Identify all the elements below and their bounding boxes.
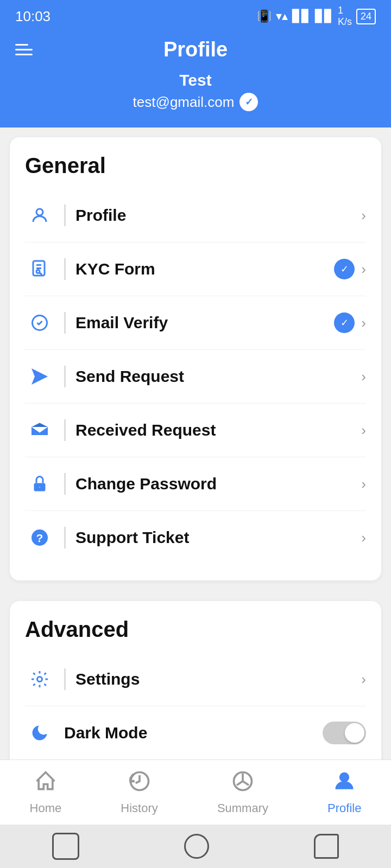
profile-email: test@gmail.com: [133, 94, 235, 111]
recent-button[interactable]: [314, 834, 339, 859]
svg-line-5: [40, 273, 42, 275]
chevron-icon: ›: [361, 671, 366, 688]
email-verified-badge: ✓: [334, 312, 355, 333]
menu-label-settings: Settings: [75, 670, 361, 688]
toggle-knob: [345, 723, 364, 743]
chevron-icon: ›: [361, 529, 366, 546]
back-button[interactable]: [52, 833, 79, 860]
moon-icon: [25, 718, 54, 748]
nav-label-profile: Profile: [327, 801, 361, 815]
status-time: 10:03: [15, 8, 51, 25]
chevron-icon: ›: [361, 476, 366, 493]
profile-banner: Test test@gmail.com ✓: [0, 61, 391, 127]
divider: [64, 668, 66, 690]
nav-label-summary: Summary: [217, 801, 268, 815]
vibrate-icon: 📳: [257, 9, 272, 23]
general-section-title: General: [25, 154, 366, 178]
verified-badge: ✓: [239, 93, 258, 111]
chevron-icon: ›: [361, 261, 366, 278]
menu-label-send-request: Send Request: [75, 367, 361, 386]
kyc-verified-badge: ✓: [334, 259, 355, 279]
content-area: General Profile ›: [0, 127, 391, 868]
svg-marker-7: [31, 368, 48, 385]
svg-point-4: [36, 270, 40, 273]
divider: [64, 473, 66, 495]
menu-item-email-verify[interactable]: Email Verify ✓ ›: [25, 296, 366, 350]
gear-icon: [25, 665, 54, 694]
nav-item-profile[interactable]: Profile: [327, 769, 361, 815]
menu-item-change-password[interactable]: Change Password ›: [25, 457, 366, 511]
send-icon: [25, 362, 54, 391]
help-circle-icon: ?: [25, 523, 54, 552]
signal-icon: ▊▊: [292, 9, 311, 23]
menu-label-change-password: Change Password: [75, 475, 361, 493]
svg-line-18: [243, 781, 249, 785]
app-header: Profile: [0, 33, 391, 61]
home-icon: [34, 769, 58, 798]
menu-item-support-ticket[interactable]: ? Support Ticket ›: [25, 511, 366, 564]
history-icon: [128, 769, 152, 798]
lock-icon: [25, 469, 54, 499]
nav-item-summary[interactable]: Summary: [217, 769, 268, 815]
nav-item-history[interactable]: History: [121, 769, 157, 815]
divider: [64, 527, 66, 548]
system-nav-bar: [0, 825, 391, 868]
menu-item-settings[interactable]: Settings ›: [25, 653, 366, 706]
advanced-section-title: Advanced: [25, 617, 366, 642]
summary-icon: [231, 769, 255, 798]
inbox-icon: [25, 416, 54, 445]
menu-label-profile: Profile: [75, 206, 361, 225]
divider: [64, 312, 66, 334]
svg-point-12: [37, 677, 42, 682]
menu-label-email-verify: Email Verify: [75, 314, 334, 332]
menu-label-support-ticket: Support Ticket: [75, 528, 361, 547]
document-search-icon: [25, 254, 54, 284]
nav-label-home: Home: [30, 801, 62, 815]
divider: [64, 366, 66, 387]
menu-item-received-request[interactable]: Received Request ›: [25, 404, 366, 457]
dark-mode-toggle[interactable]: [323, 722, 366, 744]
chevron-icon: ›: [361, 315, 366, 331]
svg-point-0: [36, 209, 43, 215]
chevron-icon: ›: [361, 368, 366, 385]
person-icon: [25, 201, 54, 230]
page-title: Profile: [163, 38, 228, 61]
general-card: General Profile ›: [10, 137, 381, 580]
menu-label-dark-mode: Dark Mode: [64, 724, 323, 742]
profile-nav-icon: [332, 769, 356, 798]
chevron-icon: ›: [361, 422, 366, 439]
divider: [64, 419, 66, 441]
status-icons: 📳 ▾▴ ▊▊ ▊▊ 1K/s 24: [257, 5, 376, 28]
svg-point-20: [340, 773, 349, 781]
menu-item-dark-mode[interactable]: Dark Mode: [25, 706, 366, 760]
profile-name: Test: [15, 71, 376, 90]
menu-item-profile[interactable]: Profile ›: [25, 189, 366, 242]
nav-label-history: History: [121, 801, 157, 815]
svg-line-19: [237, 781, 243, 785]
signal2-icon: ▊▊: [315, 9, 333, 23]
menu-label-kyc: KYC Form: [75, 260, 334, 278]
battery-icon: 24: [356, 9, 376, 24]
profile-email-row: test@gmail.com ✓: [15, 93, 376, 111]
bottom-nav: Home History Summary: [0, 760, 391, 825]
home-button[interactable]: [184, 834, 209, 859]
menu-button[interactable]: [15, 44, 33, 55]
menu-item-send-request[interactable]: Send Request ›: [25, 350, 366, 404]
menu-item-kyc[interactable]: KYC Form ✓ ›: [25, 242, 366, 296]
divider: [64, 205, 66, 226]
chevron-icon: ›: [361, 207, 366, 224]
speed-icon: 1K/s: [338, 5, 352, 28]
svg-text:?: ?: [36, 532, 43, 544]
status-bar: 10:03 📳 ▾▴ ▊▊ ▊▊ 1K/s 24: [0, 0, 391, 33]
svg-point-9: [39, 486, 41, 489]
divider: [64, 258, 66, 280]
wifi-icon: ▾▴: [276, 9, 288, 23]
nav-item-home[interactable]: Home: [30, 769, 62, 815]
check-circle-icon: [25, 308, 54, 337]
menu-label-received-request: Received Request: [75, 421, 361, 439]
